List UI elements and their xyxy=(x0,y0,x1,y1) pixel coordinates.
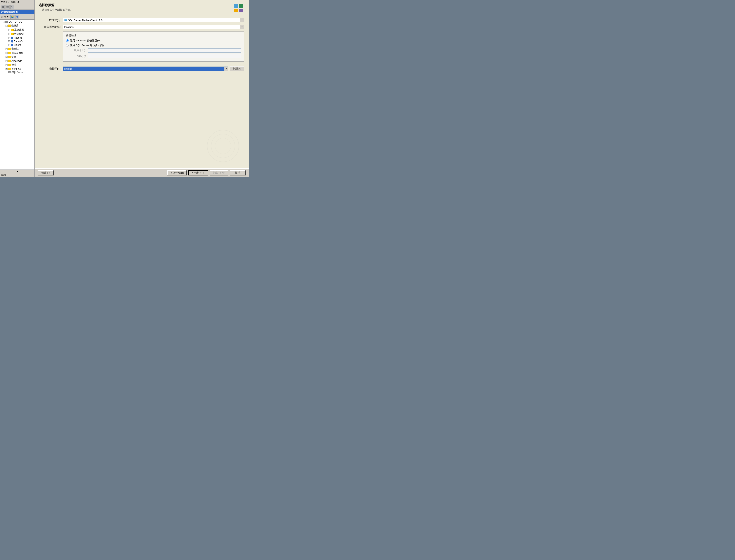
menu-file[interactable]: 文件(F) xyxy=(1,0,9,4)
watermark xyxy=(205,128,241,164)
expand-dbk[interactable]: + xyxy=(8,33,10,35)
radio-sql-row: 使用 SQL Server 身份验证(Q) xyxy=(66,44,241,47)
server-select-arrow[interactable]: ▼ xyxy=(240,25,244,29)
svg-text:SQL: SQL xyxy=(9,72,11,73)
sidebar-title: 对象资源管理器 xyxy=(0,10,34,14)
expand-reports1[interactable]: + xyxy=(8,37,10,39)
radio-sql[interactable] xyxy=(66,44,69,47)
radio-windows[interactable] xyxy=(66,39,69,42)
tree-item-serverobj[interactable]: + 服务器对象 xyxy=(0,51,34,55)
alwayson-label: AlwaysOn xyxy=(11,60,22,62)
server-label: 服务器名称(S): xyxy=(39,25,63,29)
expand-server[interactable]: − xyxy=(3,21,5,23)
connect-icon-2[interactable] xyxy=(15,15,19,19)
sidebar: 文件(F) 编辑(E) 对象资源管理器 连接 ▼ − LAPTOP- xyxy=(0,0,35,177)
svg-rect-12 xyxy=(234,4,238,8)
db-icon-xinlong xyxy=(11,44,13,46)
expand-sysdb[interactable]: + xyxy=(8,29,10,31)
tree-item-dbk[interactable]: + 数据库快 xyxy=(0,32,34,36)
database-select-display[interactable]: xinlong xyxy=(63,67,228,71)
auth-section-wrapper: 身份验证 使用 Windows 身份验证(W) 使用 SQL Server 身份… xyxy=(63,31,244,64)
username-row: 用户名(U): xyxy=(66,48,241,53)
tree-item-sqlserver[interactable]: SQL SQL Serve xyxy=(0,70,34,74)
back-button[interactable]: ＜上一步(B) xyxy=(167,170,187,175)
menu-edit[interactable]: 编辑(E) xyxy=(11,0,19,4)
server-select-wrapper: ▼ xyxy=(63,25,244,29)
expand-alwayson[interactable]: + xyxy=(6,60,8,62)
finish-button[interactable]: 完成(F) >>| xyxy=(210,170,228,175)
tree-item-xinlong[interactable]: + xinlong xyxy=(0,43,34,47)
tree-item-reports2[interactable]: + ReportS xyxy=(0,40,34,43)
tree-item-manage[interactable]: + 管理 xyxy=(0,63,34,67)
scroll-arrow: ◄ xyxy=(16,170,18,172)
refresh-button[interactable]: 刷新(R) xyxy=(230,66,244,71)
tree-item-replication[interactable]: + 复制 xyxy=(0,55,34,59)
server-row: 服务器名称(S): ▼ xyxy=(39,25,244,29)
dialog-subtitle: 选择要从中复制数据的源。 xyxy=(39,8,231,12)
auth-section-row: 身份验证 使用 Windows 身份验证(W) 使用 SQL Server 身份… xyxy=(39,31,244,64)
svg-point-17 xyxy=(65,19,67,20)
folder-icon-databases xyxy=(8,25,11,27)
tree-item-reports1[interactable]: + ReportS xyxy=(0,36,34,40)
connect-icon-1[interactable] xyxy=(10,15,14,19)
expand-integration[interactable]: + xyxy=(6,68,8,70)
expand-reports2[interactable]: + xyxy=(8,40,10,42)
toolbar-icon-2[interactable] xyxy=(6,5,10,9)
expand-manage[interactable]: + xyxy=(6,64,8,66)
toolbar-icon-3[interactable] xyxy=(10,5,14,9)
auth-section: 身份验证 使用 Windows 身份验证(W) 使用 SQL Server 身份… xyxy=(63,31,244,62)
expand-serverobj[interactable]: + xyxy=(6,52,8,54)
replication-label: 复制 xyxy=(11,55,16,59)
dialog-header: 选择数据源 选择要从中复制数据的源。 xyxy=(35,0,249,15)
datasource-select-arrow[interactable]: ▼ xyxy=(240,18,244,22)
dialog-footer: 帮助(H) ＜上一步(B) 下一步(N) ＞ 完成(F) >>| 取消 xyxy=(35,168,249,177)
svg-rect-1 xyxy=(3,6,4,7)
cancel-button[interactable]: 取消 xyxy=(230,170,246,175)
footer-right: ＜上一步(B) 下一步(N) ＞ 完成(F) >>| 取消 xyxy=(167,170,246,175)
datasource-select-display[interactable]: SQL Server Native Client 11.0 xyxy=(63,18,244,22)
folder-icon-serverobj xyxy=(8,52,11,54)
folder-icon-alwayson xyxy=(8,60,11,62)
xinlong-label: xinlong xyxy=(14,44,21,46)
server-label: LAPTOP-UO xyxy=(9,20,22,23)
toolbar-icon-1[interactable] xyxy=(1,5,5,9)
sidebar-connect[interactable]: 连接 ▼ xyxy=(0,14,34,20)
dbk-label: 数据库快 xyxy=(14,32,24,36)
svg-rect-0 xyxy=(2,6,3,7)
folder-icon-manage xyxy=(8,64,11,66)
folder-icon-integration xyxy=(8,68,11,70)
folder-icon-dbk xyxy=(11,33,14,35)
svg-rect-15 xyxy=(239,9,243,12)
password-row: 密码(P): xyxy=(66,54,241,58)
username-label: 用户名(U): xyxy=(70,49,88,52)
sidebar-scroll[interactable]: ◄ xyxy=(0,170,34,173)
tree-item-security[interactable]: + 安全性 xyxy=(0,47,34,51)
databases-label: 数据库 xyxy=(11,24,19,27)
tree-item-databases[interactable]: − 数据库 xyxy=(0,24,34,28)
expand-databases[interactable]: − xyxy=(6,25,8,27)
password-input[interactable] xyxy=(88,54,241,58)
sql-icon: SQL xyxy=(8,71,11,73)
database-select-wrapper: xinlong ▼ xyxy=(63,67,228,71)
radio-windows-label[interactable]: 使用 Windows 身份验证(W) xyxy=(70,39,101,42)
tree-item-server[interactable]: − LAPTOP-UO xyxy=(0,20,34,24)
expand-replication[interactable]: + xyxy=(6,56,8,58)
folder-icon-replication xyxy=(8,56,11,58)
main-area: 选择数据源 选择要从中复制数据的源。 数据源(D): xyxy=(35,0,249,177)
radio-sql-label[interactable]: 使用 SQL Server 身份验证(Q) xyxy=(70,44,104,47)
integration-label: Integratio xyxy=(11,67,21,70)
radio-windows-row: 使用 Windows 身份验证(W) xyxy=(66,39,241,42)
svg-rect-8 xyxy=(12,16,13,17)
db-icon-datasource xyxy=(64,19,67,22)
tree-item-integration[interactable]: + Integratio xyxy=(0,67,34,70)
tree-item-sysdb[interactable]: + 系统数据 xyxy=(0,28,34,32)
server-input[interactable] xyxy=(63,25,244,29)
datasource-row: 数据源(D): SQL Server Native Client 11.0 ▼ xyxy=(39,18,244,22)
username-input[interactable] xyxy=(88,48,241,53)
expand-security[interactable]: + xyxy=(6,48,8,50)
help-button[interactable]: 帮助(H) xyxy=(38,170,54,175)
expand-xinlong[interactable]: + xyxy=(8,44,10,46)
tree-item-alwayson[interactable]: + AlwaysOn xyxy=(0,59,34,63)
database-select-arrow[interactable]: ▼ xyxy=(224,67,228,71)
next-button[interactable]: 下一步(N) ＞ xyxy=(188,170,208,175)
